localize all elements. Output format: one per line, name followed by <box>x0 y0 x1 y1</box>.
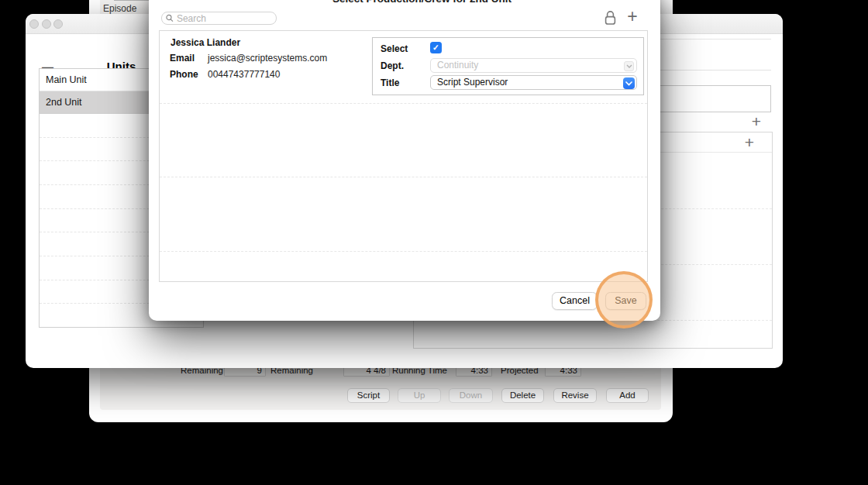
script-button[interactable]: Script <box>347 388 390 403</box>
add-row-button[interactable]: + <box>741 135 758 150</box>
list-row-divider <box>160 177 647 177</box>
select-label: Select <box>381 43 408 54</box>
dept-dropdown: Continuity <box>430 58 637 73</box>
email-value: jessica@scriptesystems.com <box>208 53 327 64</box>
contact-name: Jessica Liander <box>170 37 240 48</box>
dept-value: Continuity <box>437 60 478 71</box>
select-checkbox[interactable]: ✓ <box>430 42 442 53</box>
list-row-divider <box>160 103 647 104</box>
phone-value: 00447437777140 <box>208 69 280 80</box>
phone-label: Phone <box>170 69 198 80</box>
title-value: Script Supervisor <box>437 77 508 88</box>
search-icon <box>166 14 174 22</box>
revise-button[interactable]: Revise <box>553 388 597 403</box>
list-row-divider <box>160 251 647 252</box>
screen: Episode Remaining 9 Remaining 4 4/8 Runn… <box>0 0 868 485</box>
search-field[interactable] <box>161 12 277 25</box>
zoom-window-button[interactable] <box>53 19 63 29</box>
chevron-down-icon <box>624 61 634 71</box>
dept-label: Dept. <box>381 60 404 71</box>
save-button[interactable]: Save <box>605 292 646 310</box>
add-item-button[interactable]: + <box>748 114 765 129</box>
add-contact-button[interactable]: + <box>624 8 641 25</box>
email-label: Email <box>170 53 195 64</box>
lock-icon[interactable] <box>604 10 617 29</box>
title-label: Title <box>381 77 399 88</box>
down-button[interactable]: Down <box>449 388 493 403</box>
episode-tab-label[interactable]: Episode <box>103 3 136 14</box>
cancel-button[interactable]: Cancel <box>552 292 598 310</box>
crew-list-container: Jessica Liander Email jessica@scriptesys… <box>159 30 648 282</box>
title-dropdown[interactable]: Script Supervisor <box>430 75 637 90</box>
delete-button[interactable]: Delete <box>501 388 544 403</box>
crew-assignment-form: Select ✓ Dept. Continuity Title Script S… <box>372 37 644 95</box>
minimize-window-button[interactable] <box>42 19 51 29</box>
select-crew-dialog: Select Production/Crew for 2nd Unit + Je… <box>149 0 660 321</box>
close-window-button[interactable] <box>29 19 39 29</box>
up-button[interactable]: Up <box>398 388 441 403</box>
chevron-down-icon[interactable] <box>623 77 635 89</box>
dialog-title: Select Production/Crew for 2nd Unit <box>184 0 660 5</box>
search-input[interactable] <box>177 13 272 24</box>
add-button[interactable]: Add <box>606 388 649 403</box>
